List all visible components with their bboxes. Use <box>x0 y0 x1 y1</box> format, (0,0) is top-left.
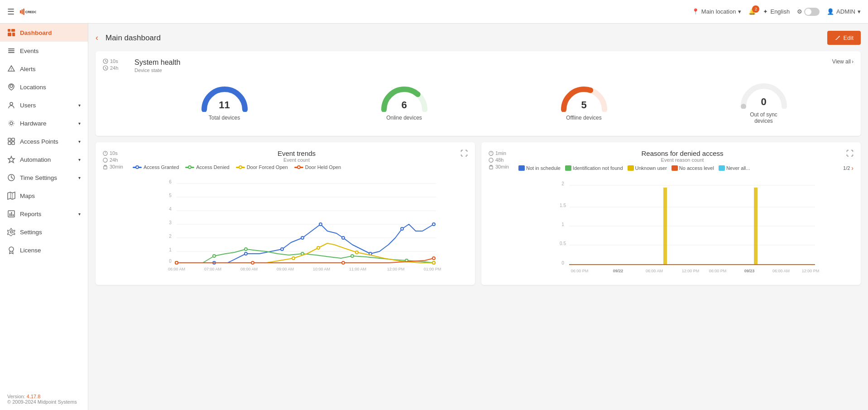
offline-devices-label: Offline devices <box>566 115 602 121</box>
svg-text:06:00 PM: 06:00 PM <box>709 269 727 273</box>
next-legend-page-button[interactable]: › <box>851 164 854 172</box>
back-button[interactable]: ‹ <box>96 33 98 43</box>
toggle-thumb <box>805 9 811 15</box>
event-trends-meta: 10s 24h 30min <box>103 150 125 276</box>
theme-toggle[interactable]: ⚙ <box>797 8 820 16</box>
clock-icon <box>103 58 108 64</box>
svg-text:06:00 PM: 06:00 PM <box>571 269 589 273</box>
svg-rect-29 <box>11 212 12 216</box>
svg-rect-40 <box>104 166 107 169</box>
health-meta-period: 24h <box>110 65 118 71</box>
offline-devices-gauge: 5 Offline devices <box>559 82 609 121</box>
svg-point-83 <box>432 257 435 260</box>
svg-point-16 <box>9 121 14 126</box>
legend-pagination: 1/2 › <box>843 164 854 172</box>
online-devices-value: 6 <box>401 99 407 111</box>
admin-chevron-icon: ▾ <box>858 8 861 15</box>
version-link[interactable]: 4.17.8 <box>27 394 41 399</box>
legend-access-granted: Access Granted <box>133 164 179 170</box>
svg-text:06:00 AM: 06:00 AM <box>772 269 790 273</box>
svg-rect-12 <box>11 70 12 71</box>
legend-door-held: Door Held Open <box>294 164 341 170</box>
event-trends-subtitle: Event count <box>133 157 460 163</box>
svg-point-31 <box>10 231 13 233</box>
settings-icon <box>7 228 15 236</box>
sidebar-item-settings[interactable]: Settings <box>0 223 88 241</box>
denied-access-expand-icon[interactable]: ⛶ <box>846 150 854 158</box>
locations-icon <box>7 83 15 91</box>
sidebar-item-label: Automation <box>20 156 51 163</box>
edit-icon <box>834 35 841 41</box>
sidebar-item-time-settings[interactable]: Time Settings ▾ <box>0 169 88 187</box>
sidebar-item-alerts[interactable]: Alerts <box>0 60 88 78</box>
time-settings-icon <box>7 174 15 182</box>
edit-button[interactable]: Edit <box>827 31 861 45</box>
svg-text:08:00 AM: 08:00 AM <box>240 267 258 271</box>
svg-rect-20 <box>12 142 14 145</box>
sidebar-item-dashboard[interactable]: Dashboard <box>0 24 88 42</box>
sidebar-item-label: Locations <box>20 84 46 91</box>
location-selector[interactable]: 📍 Main location ▾ <box>692 8 742 15</box>
sidebar-item-hardware[interactable]: Hardware ▾ <box>0 114 88 132</box>
svg-point-32 <box>9 247 14 251</box>
event-trends-expand-icon[interactable]: ⛶ <box>460 150 468 158</box>
online-devices-label: Online devices <box>386 115 422 121</box>
maps-icon <box>7 192 15 200</box>
svg-rect-109 <box>663 188 667 265</box>
svg-point-67 <box>432 223 435 226</box>
svg-text:6: 6 <box>169 179 172 184</box>
sidebar-item-label: Settings <box>20 229 42 236</box>
event-trends-title: Event trends <box>133 150 460 157</box>
svg-text:01:00 PM: 01:00 PM <box>424 267 441 271</box>
sidebar-item-events[interactable]: Events <box>0 42 88 60</box>
svg-rect-4 <box>8 29 10 32</box>
svg-rect-1 <box>22 9 23 14</box>
svg-point-72 <box>351 255 354 257</box>
svg-rect-18 <box>12 138 14 141</box>
svg-rect-5 <box>11 29 15 32</box>
sidebar-item-label: License <box>20 247 41 254</box>
location-chevron-icon: ▾ <box>738 8 741 15</box>
toggle-track[interactable] <box>804 8 820 16</box>
svg-text:10:00 AM: 10:00 AM <box>313 267 330 271</box>
svg-point-69 <box>213 255 216 257</box>
sidebar-item-users[interactable]: Users ▾ <box>0 96 88 114</box>
view-all-button[interactable]: View all › <box>832 58 854 65</box>
language-selector[interactable]: ✦ English <box>763 8 790 15</box>
svg-rect-8 <box>8 48 14 49</box>
sync-devices-label: Out of sync devices <box>743 111 784 124</box>
access-points-icon <box>7 137 15 145</box>
notifications-badge: 2 <box>752 5 759 13</box>
notifications-bell[interactable]: 🔔 2 <box>748 8 756 15</box>
svg-point-77 <box>317 246 320 249</box>
admin-menu[interactable]: 👤 ADMIN ▾ <box>827 8 861 15</box>
svg-point-80 <box>175 261 178 264</box>
svg-point-61 <box>281 248 283 251</box>
view-all-arrow-icon: › <box>852 58 854 65</box>
svg-text:5: 5 <box>169 193 172 198</box>
sidebar-item-label: Maps <box>20 193 35 199</box>
svg-rect-30 <box>13 214 14 216</box>
svg-point-39 <box>103 158 107 162</box>
health-subtitle: Device state <box>134 68 180 73</box>
online-devices-gauge: 6 Online devices <box>379 82 429 121</box>
svg-rect-95 <box>489 166 493 169</box>
page-label: 1/2 <box>843 165 850 171</box>
health-meta-refresh: 10s <box>110 58 118 64</box>
history-icon <box>103 65 108 71</box>
sidebar-item-reports[interactable]: Reports ▾ <box>0 205 88 223</box>
sidebar-item-automation[interactable]: Automation ▾ <box>0 150 88 169</box>
svg-point-62 <box>301 236 304 239</box>
sidebar-item-access-points[interactable]: Access Points ▾ <box>0 132 88 150</box>
svg-text:0: 0 <box>169 259 172 264</box>
svg-point-79 <box>432 261 435 264</box>
sync-devices-value: 0 <box>761 96 766 108</box>
sidebar-item-locations[interactable]: Locations <box>0 78 88 96</box>
sidebar-item-maps[interactable]: Maps <box>0 187 88 205</box>
denied-access-legend: Not in schedule Identification not found… <box>518 164 854 172</box>
sidebar-item-license[interactable]: License <box>0 241 88 259</box>
admin-label: ADMIN <box>836 8 855 15</box>
history-icon-d <box>489 158 494 163</box>
event-trends-chart: 6 5 4 3 2 1 0 <box>133 174 468 276</box>
hamburger-icon[interactable]: ☰ <box>7 7 14 17</box>
